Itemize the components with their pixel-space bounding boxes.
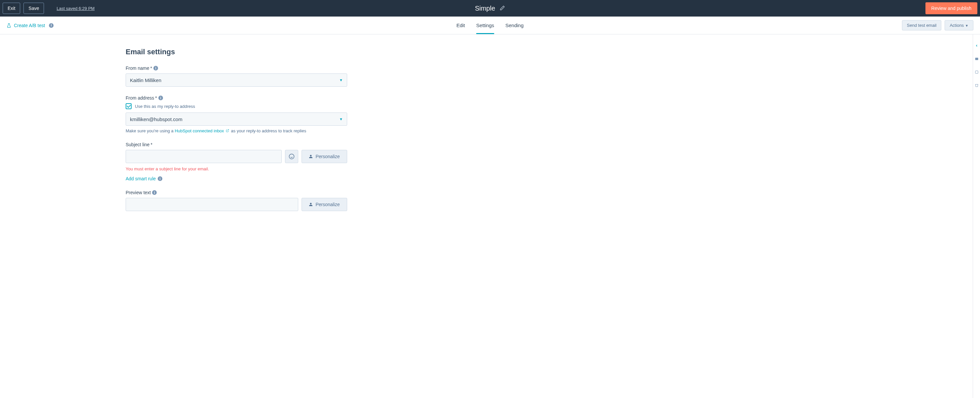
required-mark: * [155,95,157,100]
personalize-label: Personalize [315,154,340,159]
info-icon[interactable]: i [153,66,158,70]
from-name-field: From name * i Kaitlin Milliken ▼ [126,65,347,87]
contact-icon [309,154,313,158]
exit-button[interactable]: Exit [3,3,20,14]
add-smart-rule-label: Add smart rule [126,176,156,181]
info-icon[interactable]: i [158,96,163,100]
preview-text-input[interactable] [126,198,298,211]
rail-item-1[interactable] [975,57,979,61]
title-area: Simple [475,5,505,12]
tabs: Edit Settings Sending [456,16,523,34]
from-name-select[interactable]: Kaitlin Milliken ▼ [126,73,347,87]
from-name-value: Kaitlin Milliken [130,77,161,83]
from-address-value: kmilliken@hubspot.com [130,116,183,122]
external-link-icon [226,129,229,132]
svg-point-1 [289,154,294,159]
svg-rect-4 [975,58,978,60]
subject-line-field: Subject line * Personalize You must ente… [126,142,347,181]
rail-item-3[interactable] [975,83,979,88]
subject-line-label: Subject line [126,142,150,147]
rail-item-2[interactable] [975,70,979,74]
caret-down-icon: ▼ [339,117,343,121]
from-address-select[interactable]: kmilliken@hubspot.com ▼ [126,113,347,126]
required-mark: * [150,65,152,71]
settings-panel: Email settings From name * i Kaitlin Mil… [126,48,347,211]
connected-inbox-link[interactable]: HubSpot connected inbox [175,128,231,133]
subject-line-input[interactable] [126,150,282,163]
section-title: Email settings [126,48,347,56]
email-title: Simple [475,5,495,12]
last-saved-text[interactable]: Last saved 6:29 PM [57,6,95,11]
emoji-icon [289,153,294,159]
actions-dropdown[interactable]: Actions▼ [945,20,974,30]
actions-label: Actions [950,23,964,28]
from-address-field: From address * i Use this as my reply-to… [126,95,347,133]
send-test-email-button[interactable]: Send test email [902,20,942,30]
from-address-help: Make sure you're using a HubSpot connect… [126,128,347,133]
preview-personalize-button[interactable]: Personalize [302,198,347,211]
tab-edit[interactable]: Edit [456,16,465,34]
reply-to-checkbox-label: Use this as my reply-to address [135,104,195,109]
emoji-button[interactable] [285,150,298,163]
flask-icon [6,23,11,28]
caret-down-icon: ▼ [339,78,343,82]
ab-test-label: Create A/B test [14,23,45,28]
add-smart-rule-link[interactable]: Add smart rule i [126,176,162,181]
contact-icon [309,202,313,207]
from-name-label: From name [126,65,150,71]
save-button[interactable]: Save [24,3,44,14]
tab-sending[interactable]: Sending [506,16,524,34]
collapse-rail-icon[interactable] [975,44,979,48]
caret-down-icon: ▼ [965,24,969,27]
preview-text-label: Preview text [126,190,151,195]
info-icon: i [49,23,54,28]
right-rail [973,34,980,224]
subject-personalize-button[interactable]: Personalize [302,150,347,163]
sub-bar: Create A/B test i Edit Settings Sending … [0,16,980,34]
preview-text-field: Preview text i Personalize [126,190,347,211]
edit-title-icon[interactable] [500,5,505,12]
subject-error-text: You must enter a subject line for your e… [126,166,347,171]
svg-rect-5 [975,71,978,73]
required-mark: * [150,142,152,147]
info-icon[interactable]: i [152,190,157,195]
personalize-label: Personalize [315,202,340,207]
review-publish-button[interactable]: Review and publish [926,2,977,14]
reply-to-checkbox[interactable] [126,103,132,109]
top-bar: Exit Save Last saved 6:29 PM Simple Revi… [0,0,980,16]
svg-line-0 [227,129,229,131]
create-ab-test-link[interactable]: Create A/B test i [6,23,54,28]
from-address-label: From address [126,95,154,100]
info-icon: i [158,176,162,181]
tab-settings[interactable]: Settings [476,16,494,34]
